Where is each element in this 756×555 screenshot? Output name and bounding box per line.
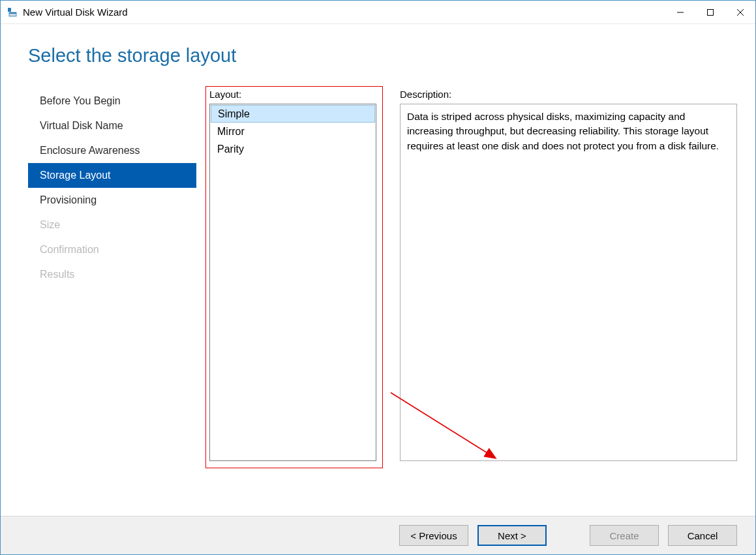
- window-controls: [665, 1, 755, 23]
- titlebar-left: New Virtual Disk Wizard: [1, 7, 128, 18]
- description-label: Description:: [400, 89, 737, 100]
- next-button[interactable]: Next >: [477, 525, 547, 546]
- svg-rect-2: [9, 12, 16, 14]
- titlebar: New Virtual Disk Wizard: [1, 1, 755, 24]
- layout-listbox[interactable]: Simple Mirror Parity: [209, 104, 376, 461]
- wizard-window: New Virtual Disk Wizard Select the stora…: [0, 0, 756, 555]
- description-column: Description: Data is striped across phys…: [400, 89, 737, 516]
- body-area: Before You Begin Virtual Disk Name Enclo…: [1, 67, 755, 516]
- step-provisioning[interactable]: Provisioning: [28, 188, 196, 213]
- layout-option-simple[interactable]: Simple: [211, 105, 375, 123]
- step-storage-layout[interactable]: Storage Layout: [28, 163, 196, 188]
- step-size: Size: [28, 213, 196, 237]
- svg-rect-0: [8, 8, 11, 12]
- description-text: Data is striped across physical disks, m…: [400, 104, 737, 461]
- step-results: Results: [28, 262, 196, 287]
- content-area: Select the storage layout Before You Beg…: [1, 24, 755, 554]
- layout-label: Layout:: [209, 89, 387, 100]
- layout-option-parity[interactable]: Parity: [211, 140, 375, 158]
- previous-button[interactable]: < Previous: [399, 525, 468, 546]
- layout-option-mirror[interactable]: Mirror: [211, 123, 375, 140]
- close-button[interactable]: [725, 1, 755, 23]
- step-before-you-begin[interactable]: Before You Begin: [28, 89, 196, 113]
- wizard-steps-sidebar: Before You Begin Virtual Disk Name Enclo…: [28, 89, 196, 516]
- svg-rect-4: [708, 9, 714, 15]
- step-enclosure-awareness[interactable]: Enclosure Awareness: [28, 138, 196, 163]
- window-title: New Virtual Disk Wizard: [23, 7, 128, 18]
- step-virtual-disk-name[interactable]: Virtual Disk Name: [28, 113, 196, 138]
- cancel-button[interactable]: Cancel: [668, 525, 737, 546]
- create-button: Create: [590, 525, 659, 546]
- minimize-button[interactable]: [665, 1, 695, 23]
- maximize-button[interactable]: [695, 1, 725, 23]
- wizard-icon: [7, 7, 18, 18]
- wizard-footer: < Previous Next > Create Cancel: [1, 516, 755, 554]
- step-confirmation: Confirmation: [28, 237, 196, 262]
- layout-column: Layout: Simple Mirror Parity: [209, 89, 387, 516]
- page-heading: Select the storage layout: [1, 24, 755, 67]
